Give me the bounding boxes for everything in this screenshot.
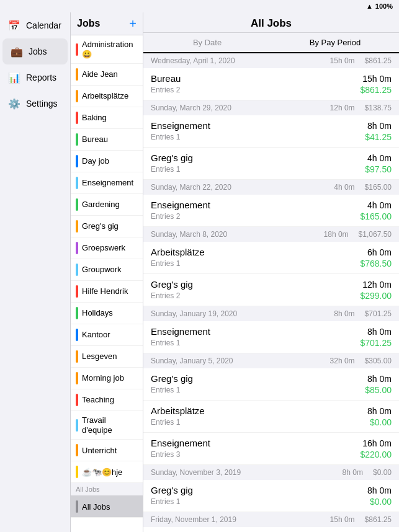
job-color-bar: [76, 307, 78, 319]
date-total: 8h 0m: [343, 468, 363, 477]
entry-group[interactable]: Greg's gig8h 0mEntries 1$85.00: [143, 368, 399, 401]
job-item[interactable]: Baking: [71, 107, 143, 129]
job-name: Groepswerk: [82, 243, 125, 253]
job-color-bar: [76, 177, 78, 189]
date-amount: $165.00: [365, 183, 392, 192]
entry-name: Enseignement: [151, 200, 210, 210]
tab-by-pay-period[interactable]: By Pay Period: [271, 33, 399, 53]
entry-sub: Entries 1$41.25: [143, 132, 399, 147]
entry-name: Enseignement: [151, 326, 210, 337]
entry-group[interactable]: Enseignement8h 0mEntries 1$701.25: [143, 321, 399, 353]
entry-group[interactable]: Greg's gig12h 0mEntries 2$299.00: [143, 274, 399, 306]
date-label: Wednesday, April 1, 2020: [151, 56, 235, 65]
job-name: ☕🐄😊hje: [82, 468, 122, 477]
job-item[interactable]: Unterricht: [71, 440, 143, 461]
job-item[interactable]: Lesgeven: [71, 346, 143, 368]
job-item[interactable]: Travail d'equipe: [71, 411, 143, 440]
entry-group[interactable]: Greg's gig4h 0mEntries 1$97.50: [143, 148, 399, 180]
job-name: Lesgeven: [82, 352, 117, 361]
entry-group[interactable]: Greg's gig8h 0mEntries 1$0.00: [143, 480, 399, 512]
entry-main: Greg's gig12h 0m: [143, 274, 399, 291]
entry-duration: 6h 0m: [367, 247, 392, 257]
calendar-icon: 📅: [7, 19, 21, 32]
tab-by-date[interactable]: By Date: [143, 33, 271, 52]
jobs-section-header: All Jobs: [71, 483, 143, 496]
entry-name: Greg's gig: [151, 485, 193, 495]
job-item[interactable]: ☕🐄😊hje: [71, 461, 143, 483]
date-amount: $861.25: [365, 515, 392, 524]
entry-main: Greg's gig8h 0m: [143, 368, 399, 385]
all-jobs-item[interactable]: All Jobs: [71, 496, 143, 518]
job-name: Kantoor: [82, 330, 110, 340]
job-item[interactable]: Enseignement: [71, 172, 143, 194]
entry-main: Arbeitsplätze8h 0m: [143, 401, 399, 417]
all-jobs-label: All Jobs: [82, 502, 110, 512]
entry-count: Entries 1: [151, 339, 180, 347]
entry-group[interactable]: Arbeitsplätze8h 0mEntries 1$0.00: [143, 401, 399, 433]
date-amount: $138.75: [365, 104, 392, 112]
job-item[interactable]: Bureau: [71, 129, 143, 151]
entry-group[interactable]: Arbeitsplätze6h 0mEntries 1$768.50: [143, 242, 399, 274]
job-name: Baking: [82, 113, 107, 123]
job-name: Gardening: [82, 200, 120, 210]
sidebar: 📅 Calendar 💼 Jobs 📊 Reports ⚙️ Settings: [0, 12, 71, 532]
entry-duration: 12h 0m: [362, 280, 392, 290]
entry-duration: 16h 0m: [362, 438, 392, 448]
date-header: Sunday, March 8, 202018h 0m$1,067.50: [143, 227, 399, 242]
job-item[interactable]: Holidays: [71, 303, 143, 324]
date-label: Sunday, March 8, 2020: [151, 230, 227, 239]
entry-name: Enseignement: [151, 438, 210, 448]
date-label: Sunday, January 19, 2020: [151, 309, 237, 318]
sidebar-item-reports[interactable]: 📊 Reports: [0, 64, 70, 91]
job-item[interactable]: Teaching: [71, 389, 143, 411]
date-header: Sunday, January 5, 202032h 0m$305.00: [143, 353, 399, 368]
entry-name: Greg's gig: [151, 153, 193, 163]
job-color-bar: [76, 372, 78, 384]
job-item[interactable]: Hilfe Hendrik: [71, 281, 143, 303]
sidebar-item-calendar[interactable]: 📅 Calendar: [0, 12, 70, 38]
entry-main: Enseignement8h 0m: [143, 321, 399, 338]
job-item[interactable]: Groupwork: [71, 259, 143, 281]
date-header: Sunday, January 19, 20208h 0m$701.25: [143, 306, 399, 321]
date-label: Sunday, March 22, 2020: [151, 183, 231, 192]
sidebar-item-settings[interactable]: ⚙️ Settings: [0, 91, 70, 117]
entry-group[interactable]: Enseignement8h 0mEntries 1$41.25: [143, 115, 399, 148]
entry-group[interactable]: Enseignement16h 0mEntries 3$220.00: [143, 433, 399, 465]
job-item[interactable]: Aide Jean: [71, 64, 143, 86]
job-item[interactable]: Day job: [71, 151, 143, 172]
job-item[interactable]: Groepswerk: [71, 237, 143, 259]
entry-name: Greg's gig: [151, 373, 193, 384]
entry-name: Greg's gig: [151, 279, 193, 290]
entry-group[interactable]: Bureau15h 0mEntries 2$861.25: [143, 68, 399, 100]
job-item[interactable]: Greg's gig: [71, 216, 143, 237]
job-item[interactable]: Gardening: [71, 194, 143, 216]
job-color-bar: [76, 112, 78, 124]
entry-main: Greg's gig8h 0m: [143, 480, 399, 497]
date-total: 15h 0m: [330, 56, 355, 65]
job-name: Groupwork: [82, 265, 122, 275]
entry-group[interactable]: Enseignement4h 0mEntries 2$165.00: [143, 195, 399, 227]
job-item[interactable]: Arbeitsplätze: [71, 86, 143, 107]
entry-main: Enseignement4h 0m: [143, 195, 399, 211]
job-item[interactable]: Morning job: [71, 368, 143, 389]
job-name: Administration😀: [82, 40, 138, 59]
job-color-bar: [76, 198, 78, 211]
job-color-bar: [76, 444, 78, 456]
entry-amount: $861.25: [360, 85, 392, 95]
job-item[interactable]: Administration😀: [71, 35, 143, 64]
date-total: 8h 0m: [334, 309, 354, 318]
job-color-bar: [76, 419, 78, 432]
entry-duration: 4h 0m: [367, 200, 392, 210]
job-name: Arbeitsplätze: [82, 91, 128, 101]
job-name: Bureau: [82, 135, 108, 144]
add-job-button[interactable]: +: [129, 17, 137, 30]
entry-main: Bureau15h 0m: [143, 68, 399, 85]
app-container: 📅 Calendar 💼 Jobs 📊 Reports ⚙️ Settings …: [0, 12, 399, 532]
job-color-bar: [76, 264, 78, 276]
all-jobs-color-bar: [76, 500, 78, 513]
entry-count: Entries 1: [151, 259, 180, 268]
entry-count: Entries 2: [151, 86, 180, 94]
sidebar-item-jobs[interactable]: 💼 Jobs: [2, 38, 68, 64]
entry-count: Entries 1: [151, 386, 180, 394]
job-item[interactable]: Kantoor: [71, 324, 143, 346]
